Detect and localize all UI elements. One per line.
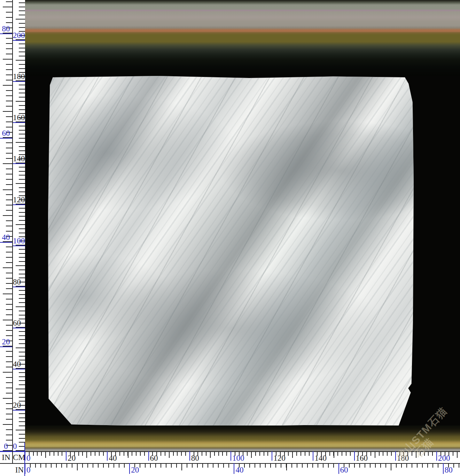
- ruler-major-tick: [189, 451, 190, 461]
- ruler-label: 40: [0, 233, 12, 242]
- ruler-major-line: [13, 245, 25, 246]
- ruler-major-line: [0, 346, 13, 347]
- ruler-label: 100: [13, 236, 25, 245]
- ruler-label: 140: [314, 454, 327, 463]
- ruler-label: 120: [13, 195, 25, 204]
- ruler-major-line: [0, 242, 13, 243]
- ruler-label: 80: [445, 466, 453, 475]
- left-ruler-divider-line: [12, 0, 13, 463]
- ruler-major-tick: [148, 451, 149, 461]
- ruler-label: 100: [232, 454, 244, 463]
- ruler-label: 20: [0, 337, 12, 346]
- ruler-major-tick: [234, 463, 234, 474]
- ruler-major-line: [13, 163, 25, 164]
- scanner-frame-top: [25, 0, 460, 76]
- ruler-label: 140: [13, 154, 25, 163]
- ruler-major-tick: [338, 463, 339, 474]
- ruler-label: 80: [13, 278, 25, 287]
- ruler-major-tick: [443, 463, 444, 474]
- ruler-label: 180: [13, 72, 25, 81]
- ruler-label: 60: [0, 129, 12, 138]
- ruler-major-tick: [129, 463, 130, 474]
- ruler-label: 0: [13, 442, 25, 451]
- ruler-label: 40: [13, 360, 25, 369]
- ruler-label: 80: [0, 24, 12, 33]
- ruler-label: 60: [13, 319, 25, 328]
- ruler-label: 20: [68, 454, 76, 463]
- ruler-label: 0: [0, 442, 12, 451]
- corner-inch-unit-label: IN: [0, 452, 12, 463]
- ruler-label: 160: [13, 113, 25, 122]
- ruler-label: 20: [13, 401, 25, 410]
- ruler-major-line: [13, 287, 25, 287]
- ruler-label: 60: [340, 466, 348, 475]
- left-ruler-cm-medium-ticks: [16, 0, 25, 451]
- ruler-label: 200: [13, 31, 25, 40]
- ruler-major-tick: [25, 451, 25, 461]
- ruler-major-line: [13, 410, 25, 411]
- ruler-major-line: [13, 328, 25, 328]
- marble-slab-image: [48, 76, 414, 427]
- ruler-label: 0: [26, 454, 31, 463]
- slab-photo-area: [25, 0, 460, 451]
- ruler-major-tick: [313, 451, 313, 461]
- slab-scan-viewer: 佛山STM石猫 石猫 200180160140120100806040200 8…: [0, 0, 460, 476]
- bottom-ruler: IN CM IN 020406080100120140160180200 020…: [0, 451, 460, 476]
- ruler-label: 160: [356, 454, 368, 463]
- ruler-major-tick: [272, 451, 272, 461]
- ruler-label: 200: [438, 454, 450, 463]
- ruler-major-line: [13, 40, 25, 41]
- ruler-major-line: [0, 33, 13, 34]
- ruler-label: 40: [109, 454, 117, 463]
- ruler-major-tick: [231, 451, 231, 461]
- ruler-major-tick: [107, 451, 108, 461]
- bottom-inch-unit-label: IN: [12, 465, 24, 475]
- ruler-major-line: [13, 204, 25, 205]
- ruler-label: 60: [150, 454, 158, 463]
- ruler-label: 0: [26, 466, 31, 475]
- ruler-label: 40: [235, 466, 243, 475]
- ruler-major-line: [13, 122, 25, 123]
- corner-cm-unit-label: CM: [13, 452, 25, 463]
- ruler-major-tick: [436, 451, 437, 461]
- ruler-label: 20: [131, 466, 139, 475]
- ruler-major-tick: [25, 463, 25, 474]
- ruler-major-tick: [354, 451, 355, 461]
- left-ruler-inch-medium-ticks: [3, 0, 12, 451]
- ruler-major-line: [0, 138, 13, 139]
- ruler-label: 120: [273, 454, 286, 463]
- ruler-major-tick: [66, 451, 67, 461]
- scanner-frame-bottom: [25, 426, 460, 451]
- ruler-major-line: [13, 81, 25, 82]
- ruler-label: 80: [191, 454, 199, 463]
- ruler-major-line: [13, 369, 25, 369]
